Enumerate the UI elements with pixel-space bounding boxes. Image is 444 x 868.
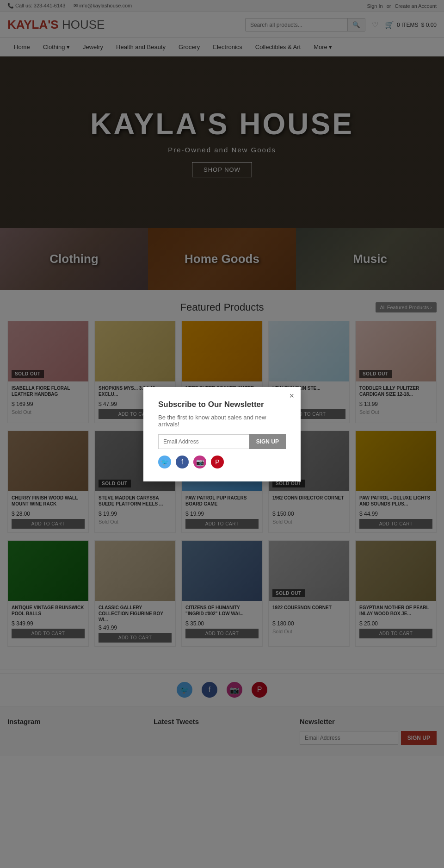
modal-pinterest-icon[interactable]: P (211, 456, 224, 468)
modal-email-input[interactable] (158, 434, 249, 449)
newsletter-modal-box: × Subscribe to Our Newsletter Be the fir… (143, 387, 301, 481)
modal-subtitle: Be the first to know about sales and new… (158, 414, 286, 428)
modal-email-row: SIGN UP (158, 434, 286, 449)
modal-close-button[interactable]: × (289, 392, 294, 400)
modal-social-icons: 🐦 f 📷 P (158, 456, 286, 468)
modal-twitter-icon[interactable]: 🐦 (158, 456, 171, 468)
modal-signup-button[interactable]: SIGN UP (249, 434, 286, 449)
newsletter-modal-overlay: × Subscribe to Our Newsletter Be the fir… (0, 0, 444, 756)
modal-facebook-icon[interactable]: f (176, 456, 189, 468)
modal-title: Subscribe to Our Newsletter (158, 400, 286, 409)
modal-instagram-icon[interactable]: 📷 (193, 456, 206, 468)
